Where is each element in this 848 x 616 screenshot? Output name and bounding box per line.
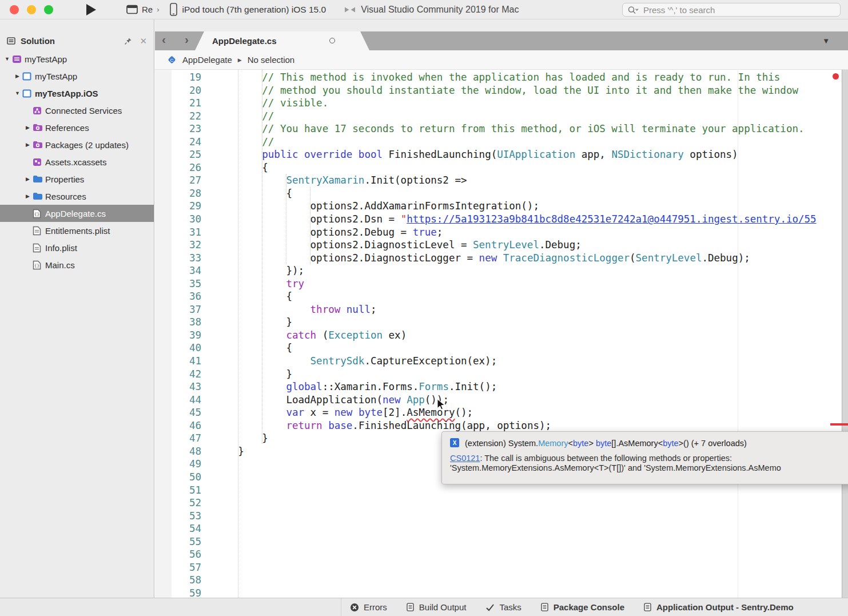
- tab-list-dropdown-icon[interactable]: ▼: [822, 37, 830, 45]
- code-line[interactable]: 44 LoadApplication(new App());: [155, 394, 848, 407]
- assets-icon: [33, 157, 45, 167]
- code-editor[interactable]: 19 // This method is invoked when the ap…: [155, 70, 848, 598]
- tree-item-appdelegate-cs[interactable]: {}AppDelegate.cs: [0, 205, 154, 222]
- device-selector[interactable]: iPod touch (7th generation) iOS 15.0: [170, 3, 327, 16]
- statusbar-item-package-console[interactable]: Package Console: [541, 602, 624, 612]
- code-line[interactable]: 56: [155, 548, 848, 561]
- code-line[interactable]: 31 options2.Debug = true;: [155, 226, 848, 239]
- tree-item-connected-services[interactable]: Connected Services: [0, 102, 154, 119]
- code-line[interactable]: 58: [155, 574, 848, 587]
- tab-appdelegate-cs[interactable]: AppDelegate.cs: [195, 31, 369, 50]
- code-token: TraceDiagnosticLogger: [503, 252, 630, 264]
- navigate-back-button[interactable]: ‹: [162, 33, 166, 46]
- line-number: 53: [155, 510, 201, 523]
- code-token: byte: [573, 439, 588, 448]
- chevron-down-icon[interactable]: ▼: [13, 90, 22, 96]
- code-line[interactable]: 40 {: [155, 341, 848, 355]
- code-line[interactable]: 42 }: [155, 368, 848, 381]
- code-line[interactable]: 36 {: [155, 290, 848, 303]
- scrollbar[interactable]: [842, 70, 848, 598]
- code-line[interactable]: 46 return base.FinishedLaunching(app, op…: [155, 419, 848, 432]
- tree-item-main-cs[interactable]: {}Main.cs: [0, 256, 154, 273]
- code-line[interactable]: 21 // visible.: [155, 97, 848, 110]
- statusbar-item-tasks[interactable]: Tasks: [485, 602, 521, 612]
- tree-item-resources[interactable]: ▶Resources: [0, 188, 154, 205]
- chevron-right-icon[interactable]: ▶: [13, 73, 22, 79]
- code-token: //: [214, 136, 274, 148]
- run-button[interactable]: [85, 3, 97, 16]
- code-line[interactable]: 29 options2.AddXamarinFormsIntegration()…: [155, 200, 848, 213]
- code-line[interactable]: 45 var x = new byte[2].AsMemory();: [155, 406, 848, 419]
- dsn-url-link[interactable]: https://5a193123a9b841bc8d8e42531e7242a1…: [407, 213, 816, 225]
- search-icon: [627, 5, 639, 14]
- chevron-right-icon[interactable]: ▶: [23, 125, 33, 130]
- code-line[interactable]: 32 options2.DiagnosticLevel = SentryLeve…: [155, 239, 848, 252]
- tree-item-properties[interactable]: ▶Properties: [0, 170, 154, 188]
- code-line[interactable]: 53: [155, 510, 848, 523]
- close-icon[interactable]: ✕: [140, 36, 147, 46]
- code-line[interactable]: 57: [155, 561, 848, 574]
- statusbar-item-application-output-sentry-demo[interactable]: Application Output - Sentry.Demo: [644, 602, 794, 612]
- line-number: 56: [155, 548, 201, 561]
- chevron-right-icon[interactable]: ▶: [23, 193, 33, 199]
- code-line[interactable]: 35 try: [155, 277, 848, 291]
- device-label: iPod touch (7th generation) iOS 15.0: [182, 5, 327, 15]
- code-line[interactable]: 25 public override bool FinishedLaunchin…: [155, 148, 848, 161]
- error-marker[interactable]: [833, 73, 839, 80]
- code-line[interactable]: 26 {: [155, 161, 848, 174]
- code-line[interactable]: 55: [155, 535, 848, 549]
- code-line[interactable]: 33 options2.DiagnosticLogger = new Trace…: [155, 252, 848, 265]
- code-line[interactable]: 51: [155, 484, 848, 497]
- tree-item-references[interactable]: ▶References: [0, 119, 154, 136]
- tree-item-entitlements-plist[interactable]: Entitlements.plist: [0, 222, 154, 239]
- line-number: 55: [155, 535, 201, 549]
- code-line[interactable]: 52: [155, 496, 848, 510]
- pin-icon[interactable]: [124, 37, 132, 45]
- tree-item-info-plist[interactable]: Info.plist: [0, 239, 154, 256]
- folder-blue-icon: [33, 192, 45, 201]
- tree-item-mytestapp[interactable]: ▼myTestApp: [0, 50, 154, 67]
- code-token: SentryXamarin: [286, 174, 364, 186]
- minimize-window-button[interactable]: [27, 5, 36, 14]
- code-line[interactable]: 20 // method you should instantiate the …: [155, 84, 848, 97]
- line-number: 46: [155, 419, 201, 432]
- code-line[interactable]: 22 //: [155, 110, 848, 123]
- code-line[interactable]: 41 SentrySdk.CaptureException(ex);: [155, 355, 848, 368]
- code-line[interactable]: 28 {: [155, 187, 848, 200]
- code-line[interactable]: 19 // This method is invoked when the ap…: [155, 71, 848, 84]
- tree-item-mytestapp[interactable]: ▶myTestApp: [0, 67, 154, 85]
- code-line[interactable]: 54: [155, 522, 848, 535]
- search-input[interactable]: Press '^,' to search: [622, 3, 841, 17]
- code-token: null: [347, 304, 371, 315]
- code-line[interactable]: 38 }: [155, 316, 848, 329]
- zoom-window-button[interactable]: [44, 5, 53, 14]
- code-line[interactable]: 23 // You have 17 seconds to return from…: [155, 122, 848, 136]
- code-line[interactable]: 34 });: [155, 264, 848, 277]
- code-line[interactable]: 37 throw null;: [155, 303, 848, 316]
- code-line[interactable]: 59: [155, 587, 848, 598]
- error-marker[interactable]: [830, 423, 848, 426]
- code-token: }: [214, 432, 268, 444]
- tree-item-assets-xcassets[interactable]: Assets.xcassets: [0, 153, 154, 170]
- navigate-forward-button[interactable]: ›: [185, 33, 189, 46]
- error-code-link[interactable]: CS0121: [450, 454, 480, 463]
- chevron-down-icon[interactable]: ▼: [2, 56, 12, 62]
- breadcrumb-selection[interactable]: No selection: [248, 55, 295, 65]
- build-configuration-selector[interactable]: Re ›: [126, 5, 160, 14]
- breadcrumb: C AppDelegate ▶ No selection: [155, 50, 848, 70]
- tree-item-label: myTestApp: [35, 71, 77, 81]
- code-line[interactable]: 43 global::Xamarin.Forms.Forms.Init();: [155, 380, 848, 394]
- statusbar-item-build-output[interactable]: Build Output: [407, 602, 467, 612]
- chevron-right-icon[interactable]: ▶: [23, 176, 33, 182]
- close-window-button[interactable]: [10, 5, 19, 14]
- chevron-right-icon[interactable]: ▶: [23, 142, 33, 148]
- tree-item-mytestapp-ios[interactable]: ▼myTestApp.iOS: [0, 85, 154, 102]
- code-line[interactable]: 30 options2.Dsn = "https://5a193123a9b84…: [155, 213, 848, 226]
- tree-item-packages-2-updates[interactable]: ▶Packages (2 updates): [0, 136, 154, 153]
- code-line[interactable]: 39 catch (Exception ex): [155, 329, 848, 342]
- code-line[interactable]: 27 SentryXamarin.Init(options2 =>: [155, 174, 848, 187]
- breadcrumb-class[interactable]: AppDelegate: [182, 55, 232, 65]
- statusbar-item-errors[interactable]: Errors: [350, 602, 387, 612]
- code-area[interactable]: 19 // This method is invoked when the ap…: [155, 71, 848, 598]
- code-line[interactable]: 24 //: [155, 136, 848, 149]
